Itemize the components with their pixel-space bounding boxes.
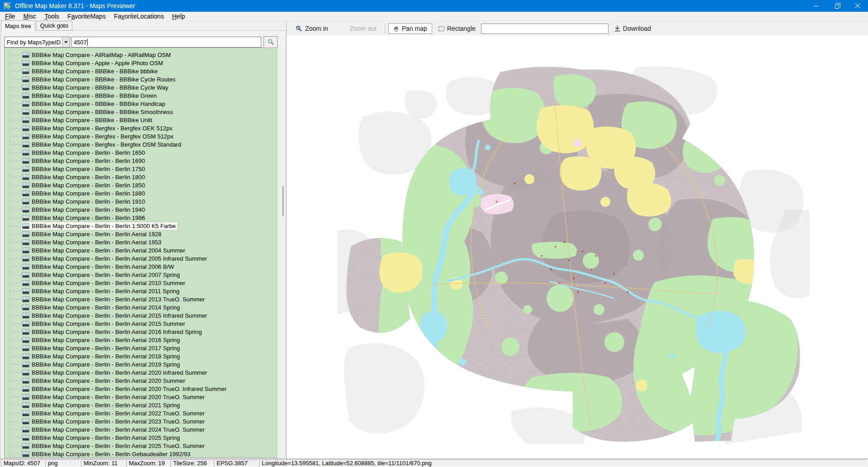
tree-item[interactable]: BBBike Map Compare - Berlin - Berlin Aer… xyxy=(5,238,278,246)
tree-item[interactable]: BBBike Map Compare - Bergfex - Bergfex O… xyxy=(5,132,278,140)
map-image-icon xyxy=(22,402,29,408)
filter-dropdown[interactable]: Find by MapsTypeID xyxy=(4,37,70,48)
tree-item[interactable]: BBBike Map Compare - Berlin - Berlin Aer… xyxy=(5,368,278,376)
tree-item-label: BBBike Map Compare - Berlin - Berlin 194… xyxy=(32,206,145,213)
tree-item[interactable]: BBBike Map Compare - Berlin - Berlin Aer… xyxy=(5,385,278,393)
tree-item[interactable]: BBBike Map Compare - Berlin - Berlin 175… xyxy=(5,165,278,173)
tree-item[interactable]: BBBike Map Compare - BBBike - BBBike Han… xyxy=(5,100,278,108)
tree-item[interactable]: BBBike Map Compare - Bergfex - Bergfex O… xyxy=(5,124,278,132)
tree-item[interactable]: BBBike Map Compare - BBBike - BBBike Gre… xyxy=(5,91,278,100)
tree-item[interactable]: BBBike Map Compare - Berlin - Berlin Aer… xyxy=(5,254,278,262)
tree-item[interactable]: BBBike Map Compare - Berlin - Berlin Aer… xyxy=(5,401,278,409)
tree-item[interactable]: BBBike Map Compare - Berlin - Berlin Aer… xyxy=(5,287,278,295)
map-image-icon xyxy=(22,239,29,245)
menu-tools[interactable]: Tools xyxy=(40,12,63,21)
tree-item[interactable]: BBBike Map Compare - Berlin - Berlin 185… xyxy=(5,181,278,189)
zoom-in-button[interactable]: Zoom in xyxy=(296,25,328,32)
text-caret xyxy=(87,39,88,46)
tree-scrollbar-thumb[interactable] xyxy=(283,186,283,216)
tree-item[interactable]: BBBike Map Compare - Berlin - Berlin Aer… xyxy=(5,344,278,352)
minimize-button[interactable] xyxy=(806,0,826,12)
tree-item[interactable]: BBBike Map Compare - Berlin - Berlin 169… xyxy=(5,157,278,165)
tree-connector xyxy=(9,413,21,414)
tree-item[interactable]: BBBike Map Compare - Berlin - Berlin Aer… xyxy=(5,425,278,434)
tree-item[interactable]: BBBike Map Compare - BBBike - BBBike Smo… xyxy=(5,108,278,116)
search-button[interactable] xyxy=(264,36,278,48)
tree-item[interactable]: BBBike Map Compare - Berlin - Berlin 180… xyxy=(5,173,278,181)
tree-item[interactable]: BBBike Map Compare - Berlin - Berlin Aer… xyxy=(5,295,278,303)
tree-item[interactable]: BBBike Map Compare - Berlin - Berlin Aer… xyxy=(5,303,278,311)
search-input[interactable]: 4507 xyxy=(71,37,261,48)
tree-item[interactable]: BBBike Map Compare - Berlin - Berlin Aer… xyxy=(5,409,278,417)
tree-item[interactable]: BBBike Map Compare - BBBike - BBBike Unl… xyxy=(5,116,278,124)
map-image-icon xyxy=(22,280,29,286)
tree-item[interactable]: BBBike Map Compare - Berlin - Berlin 198… xyxy=(5,214,278,222)
tree-item[interactable]: BBBike Map Compare - Berlin - Berlin Aer… xyxy=(5,230,278,238)
tree-connector xyxy=(9,218,21,218)
download-path-input[interactable] xyxy=(481,24,609,34)
tree-item[interactable]: BBBike Map Compare - Berlin - Berlin Aer… xyxy=(5,434,278,442)
tab-maps-tree[interactable]: Maps tree xyxy=(1,20,35,31)
tree-item[interactable]: BBBike Map Compare - Berlin - Berlin 188… xyxy=(5,189,278,197)
tree-scrollbar[interactable] xyxy=(278,48,285,458)
tree-item[interactable]: BBBike Map Compare - Berlin - Berlin 165… xyxy=(5,148,278,157)
berlin-map-image xyxy=(338,65,809,445)
tree-item[interactable]: BBBike Map Compare - AllRailMap - AllRai… xyxy=(5,51,278,59)
tree-item[interactable]: BBBike Map Compare - Berlin - Berlin Aer… xyxy=(5,376,278,385)
tree-item[interactable]: BBBike Map Compare - Berlin - Berlin Aer… xyxy=(5,417,278,425)
map-viewport[interactable] xyxy=(287,35,868,459)
tree-item[interactable]: BBBike Map Compare - BBBike - BBBike Cyc… xyxy=(5,83,278,91)
chevron-down-icon[interactable] xyxy=(62,37,70,47)
tree-item[interactable]: BBBike Map Compare - Apple - Apple iPhot… xyxy=(5,59,278,67)
tree-item-label: BBBike Map Compare - Berlin - Berlin Aer… xyxy=(32,329,202,335)
tree-item[interactable]: BBBike Map Compare - Berlin - Berlin Geb… xyxy=(5,450,278,458)
tree-item[interactable]: BBBike Map Compare - Berlin - Berlin 194… xyxy=(5,205,278,214)
window-title: Offline Map Maker 8.371 - Maps Previewer xyxy=(15,2,135,10)
tree-item[interactable]: BBBike Map Compare - Berlin - Berlin Aer… xyxy=(5,279,278,287)
tree-item[interactable]: BBBike Map Compare - Berlin - Berlin Aer… xyxy=(5,393,278,401)
tree-item[interactable]: BBBike Map Compare - Berlin - Berlin Aer… xyxy=(5,262,278,271)
tree-item[interactable]: BBBike Map Compare - Berlin - Berlin 1:5… xyxy=(5,222,278,230)
tree-item[interactable]: BBBike Map Compare - Berlin - Berlin Aer… xyxy=(5,336,278,344)
zoom-out-button[interactable]: Zoom out xyxy=(350,25,377,32)
map-image-icon xyxy=(22,207,29,213)
tree-connector xyxy=(9,454,21,454)
menu-misc[interactable]: Misc xyxy=(19,12,41,21)
menu-favoritelocations[interactable]: FavoriteLocations xyxy=(110,12,168,21)
tab-quick-goto[interactable]: Quick goto xyxy=(36,21,72,31)
map-image-icon xyxy=(22,158,29,164)
tree-item-label: BBBike Map Compare - Berlin - Berlin Aer… xyxy=(32,369,207,376)
tree-connector xyxy=(9,79,21,80)
tree-item[interactable]: BBBike Map Compare - Berlin - Berlin Aer… xyxy=(5,311,278,319)
tree-item[interactable]: BBBike Map Compare - BBBike - BBBike bbb… xyxy=(5,67,278,75)
menu-favoritemaps[interactable]: FavoriteMaps xyxy=(63,12,110,21)
tree-item-label: BBBike Map Compare - Berlin - Berlin 185… xyxy=(32,182,145,189)
tree-item-label: BBBike Map Compare - Berlin - Berlin Aer… xyxy=(32,296,205,303)
rectangle-button[interactable]: Rectangle xyxy=(439,25,476,32)
tree-item[interactable]: BBBike Map Compare - Berlin - Berlin Aer… xyxy=(5,360,278,368)
hand-icon xyxy=(393,26,399,32)
tree-item[interactable]: BBBike Map Compare - Berlin - Berlin Aer… xyxy=(5,319,278,328)
tree-item-label: BBBike Map Compare - Bergfex - Bergfex O… xyxy=(32,133,174,140)
download-button[interactable]: Download xyxy=(614,25,651,32)
tree-item[interactable]: BBBike Map Compare - Berlin - Berlin Aer… xyxy=(5,246,278,254)
tree-item[interactable]: BBBike Map Compare - BBBike - BBBike Cyc… xyxy=(5,75,278,83)
tree-item[interactable]: BBBike Map Compare - Berlin - Berlin Aer… xyxy=(5,271,278,279)
tree-item[interactable]: BBBike Map Compare - Berlin - Berlin Aer… xyxy=(5,352,278,360)
pan-map-button[interactable]: Pan map xyxy=(388,23,432,34)
maps-tree-list: BBBike Map Compare - AllRailMap - AllRai… xyxy=(5,51,278,457)
menu-file[interactable]: File xyxy=(1,12,19,21)
tree-connector xyxy=(9,405,21,405)
tree-connector xyxy=(9,372,21,373)
zoom-out-label: Zoom out xyxy=(350,25,377,32)
tree-item[interactable]: BBBike Map Compare - Berlin - Berlin Aer… xyxy=(5,328,278,336)
restore-button[interactable] xyxy=(826,0,847,12)
tree-item[interactable]: BBBike Map Compare - Bergfex - Bergfex O… xyxy=(5,140,278,148)
tree-item[interactable]: BBBike Map Compare - Berlin - Berlin 191… xyxy=(5,197,278,205)
title-bar: Offline Map Maker 8.371 - Maps Previewer xyxy=(0,0,868,12)
menu-help[interactable]: Help xyxy=(168,12,189,21)
close-button[interactable] xyxy=(847,0,868,12)
tree-item-label: BBBike Map Compare - Berlin - Berlin 188… xyxy=(32,190,145,197)
status-cell-4: TileSize: 256 xyxy=(170,459,213,467)
tree-item[interactable]: BBBike Map Compare - Berlin - Berlin Aer… xyxy=(5,442,278,450)
